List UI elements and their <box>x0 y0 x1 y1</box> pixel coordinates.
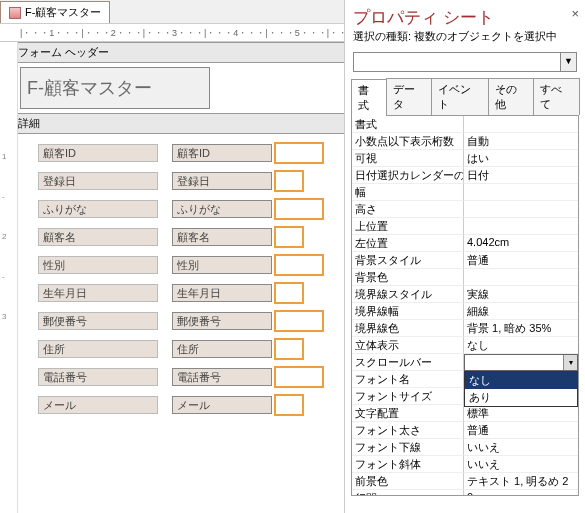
field-control[interactable]: 顧客名 <box>172 228 272 246</box>
property-tab[interactable]: 書式 <box>351 79 387 116</box>
vertical-ruler[interactable]: 1 - 2 - 3 <box>0 42 18 513</box>
property-value[interactable]: 0cm <box>464 490 578 496</box>
selection-outline <box>274 394 304 416</box>
field-control[interactable]: 顧客ID <box>172 144 272 162</box>
property-value[interactable]: ▾ <box>464 354 578 371</box>
property-value[interactable]: はい <box>464 150 578 167</box>
property-value[interactable]: 普通 <box>464 252 578 269</box>
field-row[interactable]: 顧客名顧客名 <box>38 224 344 252</box>
field-row[interactable]: 住所住所 <box>38 336 344 364</box>
design-surface[interactable]: 1 - 2 - 3 フォーム ヘッダー F-顧客マスター 詳細 顧客ID顧客ID… <box>0 42 344 513</box>
property-row[interactable]: フォント下線いいえ <box>352 439 578 456</box>
property-value[interactable]: 自動 <box>464 133 578 150</box>
property-row[interactable]: 可視はい <box>352 150 578 167</box>
property-value[interactable]: いいえ <box>464 456 578 473</box>
property-row[interactable]: スクロールバー▾ <box>352 354 578 371</box>
field-row[interactable]: 性別性別 <box>38 252 344 280</box>
property-row[interactable]: 高さ <box>352 201 578 218</box>
property-value[interactable]: テキスト 1, 明るめ 2 <box>464 473 578 490</box>
property-dropdown[interactable]: なしあり <box>464 371 578 407</box>
field-row[interactable]: 郵便番号郵便番号 <box>38 308 344 336</box>
property-row[interactable]: 幅 <box>352 184 578 201</box>
property-row[interactable]: 前景色テキスト 1, 明るめ 2 <box>352 473 578 490</box>
selection-outline <box>274 170 304 192</box>
property-row[interactable]: 文字配置標準 <box>352 405 578 422</box>
property-value[interactable]: 日付 <box>464 167 578 184</box>
field-label[interactable]: 電話番号 <box>38 368 158 386</box>
property-grid[interactable]: 書式小数点以下表示桁数自動可視はい日付選択カレンダーの表日付幅高さ上位置左位置4… <box>351 116 579 496</box>
field-label[interactable]: 顧客ID <box>38 144 158 162</box>
section-detail[interactable]: 詳細 <box>0 113 344 134</box>
property-row[interactable]: 書式 <box>352 116 578 133</box>
property-row[interactable]: 立体表示なし <box>352 337 578 354</box>
property-value[interactable]: なし <box>464 337 578 354</box>
field-label[interactable]: 性別 <box>38 256 158 274</box>
dropdown-option[interactable]: あり <box>465 389 577 406</box>
detail-section-body[interactable]: 顧客ID顧客ID登録日登録日ふりがなふりがな顧客名顧客名性別性別生年月日生年月日… <box>0 134 344 420</box>
field-control[interactable]: 生年月日 <box>172 284 272 302</box>
property-value[interactable]: 細線 <box>464 303 578 320</box>
field-control[interactable]: メール <box>172 396 272 414</box>
property-tab[interactable]: すべて <box>533 78 580 115</box>
property-value[interactable] <box>464 201 578 218</box>
property-name: 境界線スタイル <box>352 286 464 303</box>
field-label[interactable]: ふりがな <box>38 200 158 218</box>
property-row[interactable]: 背景色 <box>352 269 578 286</box>
field-control[interactable]: 電話番号 <box>172 368 272 386</box>
property-row[interactable]: フォント斜体いいえ <box>352 456 578 473</box>
property-row[interactable]: 境界線幅細線 <box>352 303 578 320</box>
property-value[interactable] <box>464 116 578 133</box>
property-value[interactable]: 実線 <box>464 286 578 303</box>
property-name: フォントサイズ <box>352 388 464 405</box>
property-row[interactable]: 小数点以下表示桁数自動 <box>352 133 578 150</box>
object-selector-combo[interactable]: ▼ <box>353 52 577 72</box>
field-control[interactable]: 郵便番号 <box>172 312 272 330</box>
field-row[interactable]: ふりがなふりがな <box>38 196 344 224</box>
property-name: 左位置 <box>352 235 464 252</box>
property-tab[interactable]: その他 <box>488 78 535 115</box>
field-row[interactable]: 登録日登録日 <box>38 168 344 196</box>
field-label[interactable]: メール <box>38 396 158 414</box>
property-row[interactable]: 上位置 <box>352 218 578 235</box>
field-control[interactable]: 住所 <box>172 340 272 358</box>
property-value[interactable]: 4.042cm <box>464 235 578 252</box>
dropdown-option[interactable]: なし <box>465 372 577 389</box>
field-control[interactable]: ふりがな <box>172 200 272 218</box>
property-value[interactable]: いいえ <box>464 439 578 456</box>
field-label[interactable]: 郵便番号 <box>38 312 158 330</box>
property-name: フォント太さ <box>352 422 464 439</box>
dropdown-button[interactable]: ▾ <box>563 355 577 370</box>
property-value[interactable]: 標準 <box>464 405 578 422</box>
document-tab[interactable]: F-顧客マスター <box>0 1 110 23</box>
field-label[interactable]: 登録日 <box>38 172 158 190</box>
property-row[interactable]: 左位置4.042cm <box>352 235 578 252</box>
section-form-header[interactable]: フォーム ヘッダー <box>0 42 344 63</box>
property-row[interactable]: 日付選択カレンダーの表日付 <box>352 167 578 184</box>
form-title-label[interactable]: F-顧客マスター <box>20 67 210 109</box>
property-row[interactable]: 境界線スタイル実線 <box>352 286 578 303</box>
property-row[interactable]: 背景スタイル普通 <box>352 252 578 269</box>
property-tab[interactable]: イベント <box>431 78 488 115</box>
property-name: スクロールバー <box>352 354 464 371</box>
property-row[interactable]: フォント太さ普通 <box>352 422 578 439</box>
property-value[interactable]: 背景 1, 暗め 35% <box>464 320 578 337</box>
field-label[interactable]: 生年月日 <box>38 284 158 302</box>
horizontal-ruler[interactable]: |・・・1・・・|・・・2・・・|・・・3・・・|・・・4・・・|・・・5・・・… <box>0 24 344 42</box>
property-value[interactable] <box>464 218 578 235</box>
property-row[interactable]: 行間0cm <box>352 490 578 496</box>
field-row[interactable]: 生年月日生年月日 <box>38 280 344 308</box>
close-icon[interactable]: × <box>571 6 579 21</box>
field-label[interactable]: 住所 <box>38 340 158 358</box>
property-value[interactable] <box>464 269 578 286</box>
field-control[interactable]: 登録日 <box>172 172 272 190</box>
field-label[interactable]: 顧客名 <box>38 228 158 246</box>
field-row[interactable]: メールメール <box>38 392 344 420</box>
property-row[interactable]: 境界線色背景 1, 暗め 35% <box>352 320 578 337</box>
field-control[interactable]: 性別 <box>172 256 272 274</box>
property-tab[interactable]: データ <box>386 78 433 115</box>
property-value[interactable] <box>464 184 578 201</box>
field-row[interactable]: 電話番号電話番号 <box>38 364 344 392</box>
field-row[interactable]: 顧客ID顧客ID <box>38 140 344 168</box>
chevron-down-icon[interactable]: ▼ <box>560 53 576 71</box>
property-value[interactable]: 普通 <box>464 422 578 439</box>
